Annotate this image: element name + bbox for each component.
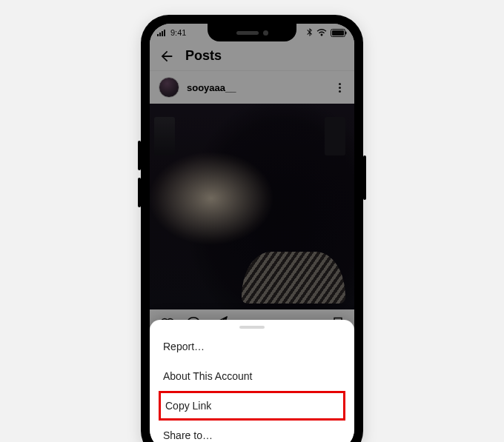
sheet-item-about-account[interactable]: About This Account: [150, 361, 354, 391]
svg-rect-1: [159, 33, 161, 36]
svg-rect-2: [162, 31, 163, 36]
sheet-drag-handle[interactable]: [239, 326, 265, 329]
sheet-item-label: About This Account: [163, 370, 252, 382]
post-image[interactable]: [150, 104, 354, 309]
post-header: sooyaaa__: [150, 71, 354, 104]
page-title: Posts: [185, 48, 222, 64]
svg-rect-5: [332, 30, 344, 36]
phone-frame: 9:41 Posts sooyaaa: [141, 15, 363, 442]
back-arrow-icon[interactable]: [159, 48, 175, 64]
svg-rect-0: [157, 34, 159, 36]
sheet-item-label: Report…: [163, 341, 205, 352]
phone-side-button: [138, 141, 141, 170]
notch: [208, 24, 296, 41]
sheet-item-share-to[interactable]: Share to…: [150, 421, 354, 442]
phone-side-button: [138, 178, 141, 207]
sheet-item-copy-link[interactable]: Copy Link: [159, 391, 345, 421]
signal-icon: [157, 29, 168, 36]
more-options-button[interactable]: [334, 78, 345, 97]
sheet-item-report[interactable]: Report…: [150, 332, 354, 361]
sheet-item-label: Share to…: [163, 429, 213, 441]
app-header: Posts: [150, 41, 354, 71]
sheet-item-label: Copy Link: [165, 400, 211, 412]
svg-rect-6: [345, 31, 347, 34]
wifi-icon: [316, 29, 327, 36]
status-time: 9:41: [170, 28, 186, 37]
phone-side-button: [363, 155, 366, 200]
screen: 9:41 Posts sooyaaa: [150, 24, 354, 442]
battery-icon: [331, 29, 347, 37]
avatar[interactable]: [159, 77, 179, 98]
bluetooth-icon: [307, 28, 313, 37]
bottom-sheet: Report… About This Account Copy Link Sha…: [150, 320, 354, 442]
post-username[interactable]: sooyaaa__: [187, 82, 327, 93]
svg-rect-3: [164, 30, 165, 36]
